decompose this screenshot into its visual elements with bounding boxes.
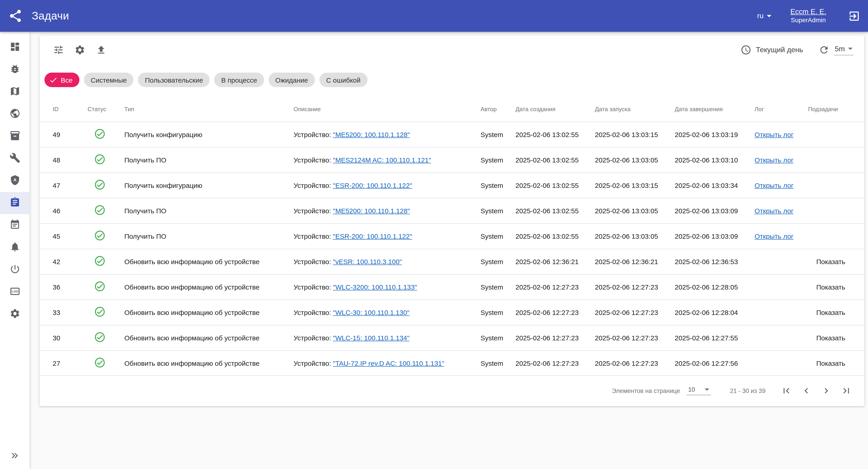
language-selector[interactable]: ru: [757, 12, 771, 20]
device-link[interactable]: "MES2124M AC: 100.110.1.121": [333, 156, 431, 164]
first-page-button[interactable]: [778, 382, 795, 399]
task-status: [88, 128, 124, 141]
inventory-icon: [9, 130, 20, 143]
table-settings-button[interactable]: [74, 44, 85, 55]
previous-page-button[interactable]: [798, 382, 814, 399]
refresh-button[interactable]: [818, 44, 830, 55]
refresh-interval-select[interactable]: 5m: [834, 45, 854, 55]
sidebar-item-power[interactable]: [0, 259, 30, 281]
task-author: System: [480, 283, 516, 291]
sidebar-item-dashboard[interactable]: [0, 36, 30, 59]
filter-chip-error[interactable]: С ошибкой: [319, 73, 368, 87]
items-per-page-select[interactable]: 10: [686, 386, 711, 395]
show-subtasks-button[interactable]: Показать: [816, 283, 845, 291]
filter-chip-label: Ожидание: [275, 76, 308, 84]
task-id: 49: [53, 131, 88, 138]
sidebar-item-map[interactable]: [0, 81, 30, 103]
bug-icon: [9, 63, 20, 76]
task-status: [88, 306, 124, 319]
next-page-button[interactable]: [818, 382, 834, 399]
sidebar-item-scheduled-tasks[interactable]: [0, 214, 30, 237]
open-log-link[interactable]: Открыть лог: [754, 232, 794, 240]
user-menu[interactable]: Eccm E. E. SuperAdmin: [790, 7, 826, 25]
task-finished: 2025-02-06 12:27:55: [675, 334, 754, 342]
description-prefix: Устройство:: [293, 156, 331, 164]
toolbar-left: [53, 44, 106, 55]
sidebar-item-firmware[interactable]: A: [0, 170, 30, 192]
device-link[interactable]: "ESR-200: 100.110.1.122": [333, 182, 412, 189]
success-status-icon: [94, 306, 106, 318]
sidebar-item-tasks[interactable]: [0, 192, 30, 214]
calendar-icon: [9, 219, 20, 232]
open-log-link[interactable]: Открыть лог: [754, 182, 794, 189]
app-logo-icon: [5, 6, 25, 26]
chevron-down-icon: [767, 15, 771, 17]
table-row: 49Получить конфигурациюУстройство:"ME520…: [39, 122, 864, 147]
open-log-link[interactable]: Открыть лог: [754, 131, 794, 138]
description-prefix: Устройство:: [293, 232, 331, 240]
description-prefix: Устройство:: [293, 309, 331, 316]
open-log-link[interactable]: Открыть лог: [754, 207, 794, 215]
task-finished: 2025-02-06 13:03:09: [675, 232, 754, 240]
filter-chip-all[interactable]: Все: [44, 73, 80, 87]
dashboard-icon: [9, 41, 20, 54]
card-toolbar: Текущий день 5m: [39, 35, 864, 64]
show-subtasks-button[interactable]: Показать: [816, 258, 845, 265]
task-author: System: [480, 359, 516, 367]
table-row: 36Обновить всю информацию об устройствеУ…: [39, 274, 864, 300]
sidebar-item-network[interactable]: [0, 103, 30, 125]
device-link[interactable]: "WLC-30: 100.110.1.130": [333, 309, 409, 316]
upload-button[interactable]: [96, 44, 106, 55]
user-role: SuperAdmin: [790, 17, 826, 25]
filter-chip-user[interactable]: Пользовательские: [138, 73, 210, 87]
table-row: 45Получить ПОУстройство:"ESR-200: 100.11…: [39, 223, 864, 249]
sidebar-item-log[interactable]: LOG: [0, 281, 30, 303]
open-log-link[interactable]: Открыть лог: [754, 156, 794, 164]
device-link[interactable]: "ME5200: 100.110.1.128": [333, 131, 410, 138]
task-status: [88, 230, 124, 243]
task-author: System: [480, 258, 516, 265]
show-subtasks-button[interactable]: Показать: [816, 334, 845, 342]
column-header: Автор: [480, 105, 516, 112]
task-started: 2025-02-06 13:03:05: [595, 156, 675, 164]
task-description: Устройство:"ME5200: 100.110.1.128": [293, 131, 480, 138]
tasks-icon: [9, 197, 20, 210]
device-link[interactable]: "TAU-72.IP rev.D AC: 100.110.1.131": [333, 359, 444, 367]
description-prefix: Устройство:: [293, 207, 331, 215]
device-link[interactable]: "vESR: 100.110.3.100": [333, 258, 402, 265]
sidebar-item-inventory[interactable]: [0, 125, 30, 148]
filter-chip-waiting[interactable]: Ожидание: [268, 73, 315, 87]
task-created: 2025-02-06 13:02:55: [516, 232, 595, 240]
last-page-button[interactable]: [838, 382, 855, 399]
device-link[interactable]: "WLC-3200: 100.110.1.133": [333, 283, 417, 291]
filter-chip-in-progress[interactable]: В процессе: [214, 73, 264, 87]
period-selector[interactable]: Текущий день: [756, 46, 803, 54]
task-type: Получить ПО: [124, 156, 293, 164]
show-subtasks-button[interactable]: Показать: [816, 309, 845, 316]
device-link[interactable]: "ESR-200: 100.110.1.122": [333, 232, 412, 240]
logout-button[interactable]: [846, 8, 862, 24]
show-subtasks-button[interactable]: Показать: [816, 359, 845, 367]
sidebar-item-incidents[interactable]: [0, 59, 30, 81]
table-header-row: IDСтатусТипОписаниеАвторДата созданияДат…: [39, 96, 864, 122]
table-body: 49Получить конфигурациюУстройство:"ME520…: [39, 122, 864, 376]
toolbar-right: Текущий день 5m: [741, 44, 854, 55]
device-link[interactable]: "ME5200: 100.110.1.128": [333, 207, 410, 215]
paginator: Элементов на странице 10 21 - 30 из 39: [39, 376, 864, 406]
wrench-icon: [9, 152, 20, 165]
sidebar-expand-button[interactable]: [0, 444, 30, 467]
task-started: 2025-02-06 13:03:05: [595, 207, 675, 215]
table-row: 47Получить конфигурациюУстройство:"ESR-2…: [39, 173, 864, 198]
column-header: Дата запуска: [595, 105, 675, 112]
filter-chip-system[interactable]: Системные: [84, 73, 134, 87]
task-id: 42: [53, 258, 88, 265]
filter-settings-button[interactable]: [53, 44, 64, 55]
sidebar-item-notifications[interactable]: [0, 237, 30, 259]
device-link[interactable]: "WLC-15: 100.110.1.134": [333, 334, 409, 342]
sidebar-item-settings[interactable]: [0, 303, 30, 325]
task-log: Открыть лог: [754, 232, 808, 240]
task-description: Устройство:"ESR-200: 100.110.1.122": [293, 182, 480, 189]
check-icon: [49, 75, 58, 84]
sidebar-item-tools[interactable]: [0, 148, 30, 170]
column-header: Тип: [124, 105, 293, 112]
